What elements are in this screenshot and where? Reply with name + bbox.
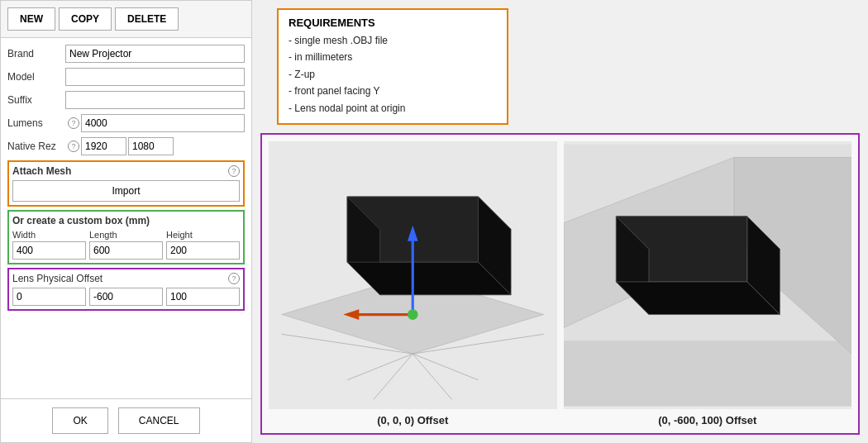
brand-label: Brand (7, 48, 65, 60)
attach-mesh-header: Attach Mesh ? (12, 165, 240, 177)
left-view-box (269, 141, 557, 409)
lumens-info-icon[interactable]: ? (68, 117, 79, 129)
attach-mesh-info-icon[interactable]: ? (228, 165, 240, 177)
width-label: Width (12, 230, 86, 240)
lens-offset-info-icon[interactable]: ? (228, 273, 240, 284)
req-item-4: - front panel facing Y (289, 83, 497, 99)
rez-inputs (81, 137, 245, 155)
svg-line-12 (374, 354, 413, 399)
bottom-buttons: OK CANCEL (1, 398, 251, 442)
views-row: (0, 0, 0) Offset (269, 141, 851, 426)
copy-button[interactable]: COPY (59, 7, 112, 31)
native-rez-info-icon[interactable]: ? (68, 141, 79, 152)
native-rez-label: Native Rez (7, 141, 65, 152)
height-group: Height (166, 230, 240, 260)
left-view-group: (0, 0, 0) Offset (269, 141, 557, 426)
suffix-label: Suffix (7, 94, 65, 106)
lumens-label: Lumens (7, 117, 65, 129)
svg-line-11 (413, 354, 478, 380)
suffix-row: Suffix (7, 91, 245, 109)
lens-z-input[interactable] (166, 288, 240, 306)
form-area: Brand Model Suffix Lumens ? Native Rez ? (1, 38, 251, 398)
model-input[interactable] (65, 68, 245, 86)
lens-offset-title: Lens Physical Offset (12, 273, 103, 284)
cancel-button[interactable]: CANCEL (118, 407, 200, 434)
length-group: Length (89, 230, 163, 260)
lens-offset-header: Lens Physical Offset ? (12, 273, 240, 284)
suffix-input[interactable] (65, 91, 245, 109)
lumens-row: Lumens ? (7, 114, 245, 132)
svg-line-13 (413, 354, 452, 399)
height-input[interactable] (166, 241, 240, 260)
svg-line-10 (347, 354, 413, 380)
left-view-svg (269, 141, 557, 409)
model-row: Model (7, 68, 245, 86)
req-item-3: - Z-up (289, 66, 497, 83)
rez-width-input[interactable] (81, 137, 126, 155)
requirements-title: REQUIREMENTS (289, 17, 497, 29)
length-input[interactable] (89, 241, 163, 260)
lens-offset-section: Lens Physical Offset ? (7, 268, 245, 311)
lumens-input[interactable] (81, 114, 245, 132)
left-view-label: (0, 0, 0) Offset (269, 414, 557, 426)
lens-x-group (12, 288, 86, 306)
lens-offset-inputs (12, 288, 240, 306)
height-label: Height (166, 230, 240, 240)
import-button[interactable]: Import (12, 180, 240, 202)
left-panel: NEW COPY DELETE Brand Model Suffix Lumen… (0, 0, 252, 443)
lens-z-group (166, 288, 240, 306)
right-panel: REQUIREMENTS - single mesh .OBJ file - i… (252, 0, 868, 443)
attach-mesh-label: Attach Mesh (12, 165, 226, 177)
views-container: (0, 0, 0) Offset (260, 133, 860, 435)
right-view-label: (0, -600, 100) Offset (564, 414, 852, 426)
attach-mesh-section: Attach Mesh ? Import (7, 160, 245, 207)
length-label: Length (89, 230, 163, 240)
custom-box-title: Or create a custom box (mm) (12, 215, 240, 226)
toolbar: NEW COPY DELETE (1, 1, 251, 38)
req-item-2: - in millimeters (289, 49, 497, 65)
ok-button[interactable]: OK (52, 407, 107, 434)
right-view-group: (0, -600, 100) Offset (564, 141, 852, 426)
custom-box-section: Or create a custom box (mm) Width Length… (7, 210, 245, 264)
right-view-box (564, 141, 852, 409)
width-input[interactable] (12, 241, 86, 260)
lens-y-group (89, 288, 163, 306)
new-button[interactable]: NEW (7, 7, 55, 31)
lens-x-input[interactable] (12, 288, 86, 306)
native-rez-row: Native Rez ? (7, 137, 245, 155)
rez-height-input[interactable] (128, 137, 174, 155)
width-group: Width (12, 230, 86, 260)
brand-input[interactable] (65, 45, 245, 63)
svg-point-16 (408, 309, 418, 320)
requirements-box: REQUIREMENTS - single mesh .OBJ file - i… (277, 8, 508, 125)
dimension-inputs: Width Length Height (12, 230, 240, 260)
req-item-1: - single mesh .OBJ file (289, 32, 497, 49)
req-item-5: - Lens nodal point at origin (289, 100, 497, 117)
lens-y-input[interactable] (89, 288, 163, 306)
model-label: Model (7, 71, 65, 83)
svg-marker-18 (564, 341, 852, 406)
delete-button[interactable]: DELETE (115, 7, 179, 31)
right-view-svg (564, 141, 852, 409)
brand-row: Brand (7, 45, 245, 63)
